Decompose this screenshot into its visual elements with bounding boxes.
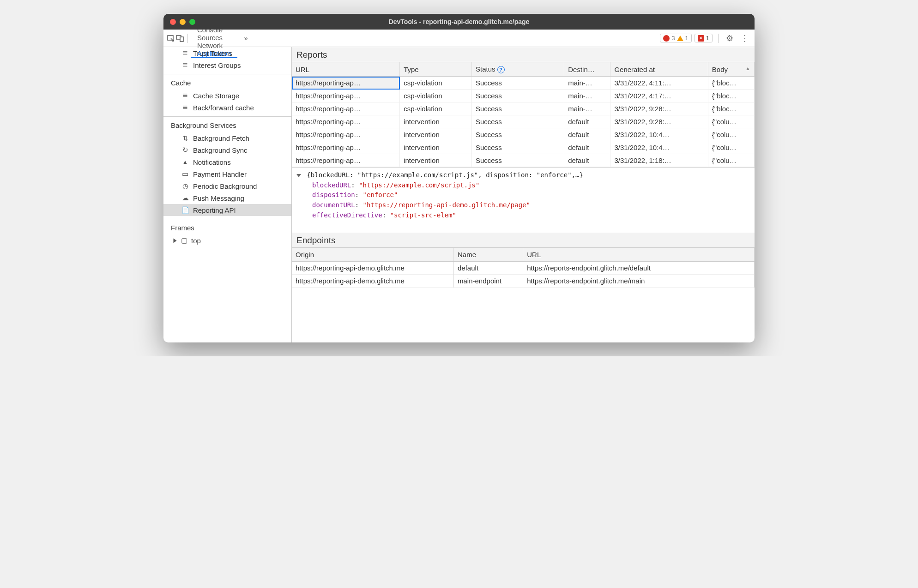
report-cell-body: {"colu… [708, 115, 754, 128]
reports-column-header[interactable]: URL [292, 62, 400, 77]
report-row[interactable]: https://reporting-ap…csp-violationSucces… [292, 102, 755, 115]
report-cell-url: https://reporting-ap… [292, 128, 400, 141]
endpoints-column-header[interactable]: Origin [292, 248, 454, 262]
sidebar-item-label: Background Fetch [193, 134, 249, 142]
separator [187, 34, 188, 43]
reports-table: URLTypeStatus?Destin…Generated atBody▲ h… [292, 62, 755, 167]
main-toolbar: ElementsConsoleSourcesNetworkApplication… [163, 30, 755, 47]
sidebar-item-label: Interest Groups [193, 61, 241, 69]
report-row[interactable]: https://reporting-ap…interventionSuccess… [292, 128, 755, 141]
report-cell-type: csp-violation [400, 77, 472, 90]
endpoints-title: Endpoints [292, 233, 755, 248]
report-cell-body: {"colu… [708, 128, 754, 141]
card-icon [181, 170, 189, 178]
report-row[interactable]: https://reporting-ap…csp-violationSucces… [292, 90, 755, 102]
report-cell-status: Success [471, 102, 564, 115]
devtools-window: DevTools - reporting-api-demo.glitch.me/… [163, 14, 755, 342]
report-row[interactable]: https://reporting-ap…interventionSuccess… [292, 154, 755, 167]
reports-title: Reports [292, 47, 755, 62]
report-cell-url: https://reporting-ap… [292, 154, 400, 167]
report-cell-url: https://reporting-ap… [292, 115, 400, 128]
device-toggle-icon[interactable] [175, 34, 185, 42]
sidebar-item-background-fetch[interactable]: Background Fetch [163, 132, 291, 144]
sidebar-item-push-messaging[interactable]: Push Messaging [163, 192, 291, 204]
sidebar-item-cache-storage[interactable]: Cache Storage [163, 90, 291, 102]
sidebar-item-label: Trust Tokens [193, 49, 232, 57]
sidebar-item-background-sync[interactable]: Background Sync [163, 144, 291, 156]
endpoint-cell-origin: https://reporting-api-demo.glitch.me [292, 275, 454, 288]
report-row[interactable]: https://reporting-ap…interventionSuccess… [292, 141, 755, 154]
reports-column-header[interactable]: Generated at [610, 62, 708, 77]
help-icon[interactable]: ? [497, 66, 505, 73]
report-cell-gen: 3/31/2022, 4:11:… [610, 77, 708, 90]
sidebar-item-trust-tokens[interactable]: Trust Tokens [163, 47, 291, 59]
warning-count: 1 [685, 35, 688, 42]
sidebar-item-periodic-background[interactable]: Periodic Background [163, 180, 291, 192]
endpoint-row[interactable]: https://reporting-api-demo.glitch.medefa… [292, 262, 755, 275]
sidebar-item-label: Back/forward cache [193, 104, 254, 112]
sidebar-item-notifications[interactable]: Notifications [163, 156, 291, 168]
sidebar-item-label: Reporting API [193, 206, 236, 214]
report-cell-body: {"bloc… [708, 77, 754, 90]
sidebar-item-label: Periodic Background [193, 182, 257, 190]
more-tabs-button[interactable]: » [237, 30, 254, 47]
sidebar-item-payment-handler[interactable]: Payment Handler [163, 168, 291, 180]
db-icon [181, 49, 189, 57]
error-warning-badge[interactable]: 3 1 [660, 34, 691, 42]
report-cell-body: {"colu… [708, 141, 754, 154]
sidebar-item-back-forward-cache[interactable]: Back/forward cache [163, 102, 291, 114]
report-cell-dest: main-… [564, 77, 610, 90]
endpoint-row[interactable]: https://reporting-api-demo.glitch.memain… [292, 275, 755, 288]
report-cell-status: Success [471, 115, 564, 128]
reports-column-header[interactable]: Destin… [564, 62, 610, 77]
detail-summary: {blockedURL: "https://example.com/script… [307, 171, 583, 179]
report-cell-gen: 3/31/2022, 1:18:… [610, 154, 708, 167]
report-row[interactable]: https://reporting-ap…interventionSuccess… [292, 115, 755, 128]
issues-count: 1 [706, 35, 709, 42]
settings-icon[interactable]: ⚙ [724, 33, 735, 43]
error-count: 3 [671, 35, 675, 42]
report-cell-url: https://reporting-ap… [292, 77, 400, 90]
report-cell-status: Success [471, 77, 564, 90]
reports-column-header[interactable]: Type [400, 62, 472, 77]
endpoint-cell-url: https://reports-endpoint.glitch.me/defau… [523, 262, 755, 275]
report-cell-url: https://reporting-ap… [292, 141, 400, 154]
report-cell-dest: main-… [564, 90, 610, 102]
updown-icon [181, 134, 189, 142]
warning-icon [677, 36, 683, 41]
reports-column-header[interactable]: Body▲ [708, 62, 754, 77]
sidebar-item-label: Push Messaging [193, 194, 244, 202]
sidebar-item-reporting-api[interactable]: Reporting API [163, 204, 291, 216]
report-row[interactable]: https://reporting-ap…csp-violationSucces… [292, 77, 755, 90]
tab-sources[interactable]: Sources [191, 34, 237, 42]
sidebar-item-interest-groups[interactable]: Interest Groups [163, 59, 291, 71]
report-cell-dest: default [564, 154, 610, 167]
reports-column-header[interactable]: Status? [471, 62, 564, 77]
clock-icon [181, 182, 189, 190]
more-menu-icon[interactable]: ⋮ [738, 33, 752, 43]
report-cell-type: csp-violation [400, 102, 472, 115]
report-cell-gen: 3/31/2022, 10:4… [610, 128, 708, 141]
sidebar-item-label: Cache Storage [193, 92, 239, 100]
frames-top-item[interactable]: top [163, 234, 291, 246]
endpoints-column-header[interactable]: Name [454, 248, 523, 262]
frames-header: Frames [163, 219, 291, 234]
report-cell-status: Success [471, 154, 564, 167]
svg-rect-2 [180, 37, 183, 42]
inspect-icon[interactable] [166, 34, 175, 42]
frame-icon [180, 236, 188, 245]
detail-summary-row[interactable]: {blockedURL: "https://example.com/script… [296, 170, 750, 180]
report-cell-type: intervention [400, 154, 472, 167]
separator [718, 34, 719, 43]
titlebar: DevTools - reporting-api-demo.glitch.me/… [163, 14, 755, 30]
frame-label: top [191, 237, 201, 245]
expand-icon[interactable] [174, 238, 177, 243]
cloud-icon [181, 194, 189, 202]
endpoints-column-header[interactable]: URL [523, 248, 755, 262]
issues-badge[interactable]: × 1 [695, 34, 713, 42]
report-cell-type: intervention [400, 128, 472, 141]
collapse-icon[interactable] [296, 174, 301, 177]
issues-icon: × [698, 35, 704, 42]
window-title: DevTools - reporting-api-demo.glitch.me/… [163, 18, 755, 25]
report-cell-body: {"bloc… [708, 90, 754, 102]
